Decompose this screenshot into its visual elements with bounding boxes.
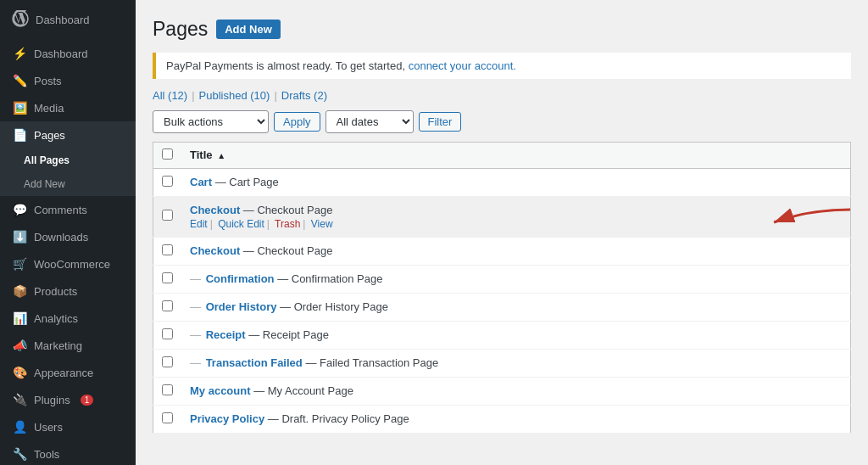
page-title-link[interactable]: Order History: [206, 300, 277, 313]
apply-button[interactable]: Apply: [274, 112, 320, 132]
row-title-col: — Receipt — Receipt Page Edit| Quick Edi…: [181, 321, 851, 349]
row-checkbox-col: [153, 349, 182, 377]
sidebar-item-products[interactable]: 📦 Products: [0, 277, 136, 305]
row-checkbox[interactable]: [162, 328, 173, 339]
filter-published-link[interactable]: Published (10): [199, 89, 270, 102]
sidebar-item-users[interactable]: 👤 Users: [0, 413, 136, 440]
title-col-header[interactable]: Title ▲: [181, 142, 851, 168]
row-checkbox[interactable]: [162, 356, 173, 367]
row-title-col: Checkout — Checkout Page Edit| Quick Edi…: [181, 237, 851, 265]
quick-edit-action[interactable]: Quick Edit: [218, 218, 264, 230]
row-checkbox[interactable]: [162, 176, 173, 187]
downloads-icon: ⬇️: [12, 229, 27, 244]
dashboard-icon: ⚡: [12, 46, 27, 61]
sidebar-item-comments[interactable]: 💬 Comments: [0, 196, 136, 223]
sep-1: |: [192, 89, 194, 102]
all-pages-label: All Pages: [24, 154, 70, 166]
paypal-notice: PayPal Payments is almost ready. To get …: [153, 53, 851, 79]
sidebar-item-analytics[interactable]: 📊 Analytics: [0, 305, 136, 332]
page-desc: — Checkout Page: [243, 204, 333, 216]
sidebar-label-posts: Posts: [34, 75, 62, 87]
sidebar-item-dashboard[interactable]: ⚡ Dashboard: [0, 40, 136, 67]
tools-icon: 🔧: [12, 446, 27, 462]
sidebar-item-appearance[interactable]: 🎨 Appearance: [0, 359, 136, 386]
page-title-link[interactable]: Cart: [190, 176, 212, 188]
row-checkbox-col: [153, 168, 182, 196]
sidebar-label-comments: Comments: [34, 204, 87, 216]
row-checkbox[interactable]: [162, 300, 173, 311]
page-title-link[interactable]: Checkout: [190, 244, 240, 257]
row-checkbox-col: [153, 265, 182, 293]
row-checkbox[interactable]: [162, 210, 173, 221]
page-title-link[interactable]: Checkout: [190, 204, 240, 216]
page-title-link[interactable]: Receipt: [206, 328, 246, 341]
notice-connect-link[interactable]: connect your account.: [409, 59, 516, 72]
sort-icon: ▲: [217, 151, 225, 160]
sidebar-label-tools: Tools: [34, 448, 59, 461]
filter-all-link[interactable]: All (12): [153, 89, 187, 102]
row-checkbox[interactable]: [162, 244, 173, 255]
page-title-link[interactable]: Confirmation: [206, 272, 275, 285]
row-checkbox-col: [153, 377, 182, 405]
check-all-col: [153, 142, 182, 168]
table-row: Privacy Policy — Draft. Privacy Policy P…: [153, 405, 851, 433]
sidebar-label-downloads: Downloads: [34, 231, 88, 244]
appearance-icon: 🎨: [12, 365, 27, 380]
page-desc: — My Account Page: [253, 384, 353, 397]
sidebar: Dashboard ⚡ Dashboard ✏️ Posts 🖼️ Media …: [0, 0, 136, 465]
sidebar-item-add-new-page[interactable]: Add New: [0, 172, 136, 196]
sidebar-dashboard-label: Dashboard: [36, 14, 90, 26]
table-row: My account — My Account Page Edit| Quick…: [153, 377, 851, 405]
sidebar-label-appearance: Appearance: [34, 367, 93, 379]
sep-2: |: [274, 89, 276, 102]
plugins-icon: 🔌: [12, 392, 27, 407]
table-row: Cart — Cart Page Edit| Quick Edit| Trash…: [153, 168, 851, 196]
sidebar-label-products: Products: [34, 285, 77, 298]
sidebar-item-woocommerce[interactable]: 🛒 WooCommerce: [0, 250, 136, 277]
sidebar-item-all-pages[interactable]: All Pages: [0, 148, 136, 172]
page-title-link[interactable]: My account: [190, 384, 251, 397]
page-desc: — Receipt Page: [248, 328, 329, 341]
check-all-checkbox[interactable]: [162, 148, 173, 160]
users-icon: 👤: [12, 419, 27, 434]
page-title-link[interactable]: Privacy Policy: [190, 412, 264, 425]
analytics-icon: 📊: [12, 311, 27, 326]
sidebar-item-marketing[interactable]: 📣 Marketing: [0, 332, 136, 359]
row-title-col: — Order History — Order History Page Edi…: [181, 293, 851, 321]
plugins-badge: 1: [81, 395, 94, 406]
posts-icon: ✏️: [12, 73, 27, 88]
filter-drafts-link[interactable]: Drafts (2): [281, 89, 327, 102]
table-row: — Transaction Failed — Failed Transactio…: [153, 349, 851, 377]
indent-marker: —: [190, 272, 204, 285]
marketing-icon: 📣: [12, 338, 27, 353]
sidebar-item-tools[interactable]: 🔧 Tools: [0, 440, 136, 465]
row-checkbox-col: [153, 237, 182, 265]
sidebar-item-posts[interactable]: ✏️ Posts: [0, 67, 136, 94]
title-col-label: Title: [190, 148, 213, 161]
bulk-actions-select[interactable]: Bulk actions Edit Move to Trash: [153, 110, 269, 133]
row-checkbox[interactable]: [162, 412, 173, 423]
row-title-col: — Transaction Failed — Failed Transactio…: [181, 349, 851, 377]
filter-button[interactable]: Filter: [419, 112, 462, 132]
sidebar-item-plugins[interactable]: 🔌 Plugins 1: [0, 386, 136, 413]
sidebar-item-downloads[interactable]: ⬇️ Downloads: [0, 223, 136, 250]
row-checkbox[interactable]: [162, 384, 173, 395]
edit-action[interactable]: Edit: [190, 218, 208, 230]
view-action[interactable]: View: [311, 218, 333, 230]
page-desc: — Confirmation Page: [277, 272, 382, 285]
sidebar-item-pages[interactable]: 📄 Pages: [0, 121, 136, 148]
add-new-button[interactable]: Add New: [216, 20, 281, 39]
all-dates-select[interactable]: All dates: [326, 110, 414, 133]
sidebar-label-media: Media: [34, 102, 64, 115]
tablenav: Bulk actions Edit Move to Trash Apply Al…: [153, 110, 851, 133]
sidebar-logo[interactable]: Dashboard: [0, 0, 136, 40]
page-title-link[interactable]: Transaction Failed: [206, 356, 303, 369]
table-row: — Confirmation — Confirmation Page Edit|…: [153, 265, 851, 293]
page-desc: — Failed Transaction Page: [305, 356, 438, 369]
sidebar-label-analytics: Analytics: [34, 312, 78, 325]
sidebar-item-media[interactable]: 🖼️ Media: [0, 94, 136, 121]
table-row: Checkout — Checkout Page Edit| Quick Edi…: [153, 196, 851, 237]
trash-action[interactable]: Trash: [275, 218, 300, 230]
table-row: — Order History — Order History Page Edi…: [153, 293, 851, 321]
row-checkbox[interactable]: [162, 272, 173, 283]
